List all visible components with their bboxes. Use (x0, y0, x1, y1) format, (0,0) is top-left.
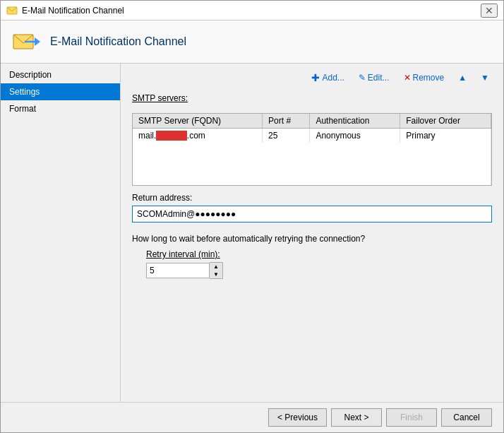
smtp-table: SMTP Server (FQDN) Port # Authentication… (133, 114, 491, 185)
remove-icon: ✕ (404, 73, 411, 83)
next-button[interactable]: Next > (331, 408, 382, 427)
smtp-table-wrapper: SMTP Server (FQDN) Port # Authentication… (132, 113, 492, 186)
next-label: Next > (344, 413, 368, 422)
header-icon (12, 29, 40, 54)
smtp-table-header: SMTP Server (FQDN) Port # Authentication… (133, 114, 491, 129)
window-icon (6, 5, 18, 16)
down-icon: ▼ (481, 73, 489, 83)
edit-label: Edit... (368, 73, 390, 83)
empty-row-1 (133, 143, 491, 157)
cell-auth: Anonymous (310, 129, 400, 143)
main-window: E-Mail Notification Channel ✕ E-Mail Not… (0, 0, 504, 433)
settings-toolbar: ✚ Add... ✎ Edit... ✕ Remove ▲ ▼ (132, 71, 492, 85)
spinner-down-button[interactable]: ▼ (210, 271, 222, 278)
header-title: E-Mail Notification Channel (50, 35, 186, 48)
svg-marker-2 (35, 37, 40, 46)
add-icon: ✚ (311, 72, 320, 83)
cell-failover: Primary (400, 129, 491, 143)
title-bar-left: E-Mail Notification Channel (6, 5, 124, 16)
retry-interval-group: Retry interval (min): ▲ ▼ (146, 249, 492, 279)
previous-label: < Previous (277, 413, 318, 422)
cell-port: 25 (263, 129, 310, 143)
empty-row-3 (133, 171, 491, 185)
table-row[interactable]: mail.●●●●●●.com 25 Anonymous Primary (133, 129, 491, 143)
header-banner: E-Mail Notification Channel (1, 20, 503, 64)
retry-interval-label: Retry interval (min): (146, 249, 492, 259)
cancel-button[interactable]: Cancel (441, 408, 492, 427)
sidebar-item-description[interactable]: Description (1, 66, 120, 83)
sidebar-item-format[interactable]: Format (1, 100, 120, 117)
previous-button[interactable]: < Previous (268, 408, 327, 427)
close-button[interactable]: ✕ (481, 4, 498, 18)
move-down-button[interactable]: ▼ (478, 71, 492, 84)
col-port: Port # (263, 114, 310, 129)
title-bar-text: E-Mail Notification Channel (22, 6, 124, 16)
title-bar: E-Mail Notification Channel ✕ (1, 1, 503, 20)
spinner-up-button[interactable]: ▲ (210, 263, 222, 271)
cancel-label: Cancel (453, 413, 479, 422)
col-failover: Failover Order (400, 114, 491, 129)
add-label: Add... (322, 73, 344, 83)
remove-label: Remove (413, 73, 445, 83)
retry-section: How long to wait before automatically re… (132, 234, 492, 279)
spinner-group: ▲ ▼ (146, 262, 492, 279)
sidebar-item-settings[interactable]: Settings (1, 83, 120, 100)
spinner-buttons: ▲ ▼ (210, 262, 223, 279)
sidebar: Description Settings Format (1, 64, 121, 402)
return-address-group: Return address: (132, 193, 492, 223)
retry-question: How long to wait before automatically re… (132, 234, 492, 244)
add-button[interactable]: ✚ Add... (308, 71, 347, 85)
smtp-section-label: SMTP servers: (132, 93, 492, 103)
cell-server: mail.●●●●●●.com (133, 129, 263, 143)
return-address-input[interactable] (132, 206, 492, 223)
edit-button[interactable]: ✎ Edit... (356, 71, 392, 84)
retry-interval-input[interactable] (146, 263, 210, 278)
finish-button[interactable]: Finish (386, 408, 437, 427)
footer: < Previous Next > Finish Cancel (1, 402, 503, 432)
finish-label: Finish (400, 413, 423, 422)
col-server: SMTP Server (FQDN) (133, 114, 263, 129)
move-up-button[interactable]: ▲ (455, 71, 469, 84)
col-auth: Authentication (310, 114, 400, 129)
up-icon: ▲ (458, 73, 467, 83)
return-address-label: Return address: (132, 193, 492, 203)
content-area: Description Settings Format ✚ Add... ✎ E… (1, 64, 503, 402)
redacted-domain: ●●●●●● (156, 131, 187, 141)
main-panel: ✚ Add... ✎ Edit... ✕ Remove ▲ ▼ (121, 64, 503, 402)
empty-row-2 (133, 157, 491, 171)
edit-icon: ✎ (359, 73, 366, 83)
remove-button[interactable]: ✕ Remove (401, 71, 448, 84)
